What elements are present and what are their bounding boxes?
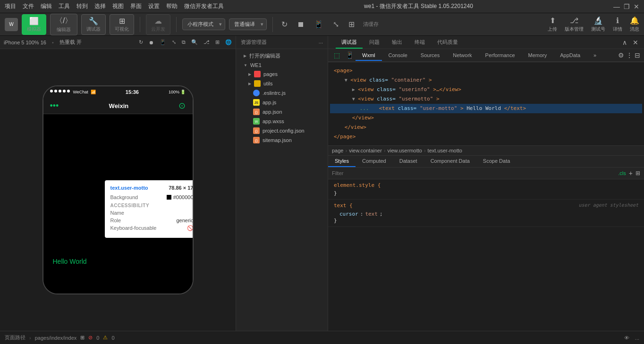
menu-tools[interactable]: 工具 xyxy=(59,2,70,10)
version-mgmt-btn[interactable]: ⎇ 版本管理 xyxy=(565,16,584,33)
subtab-console[interactable]: Console xyxy=(382,50,414,61)
tab-output[interactable]: 输出 xyxy=(386,37,408,49)
cls-button[interactable]: .cls xyxy=(618,170,626,176)
expand-btn[interactable]: ⤡ xyxy=(330,18,342,31)
upload-btn[interactable]: ⬆ 上传 xyxy=(548,16,557,33)
menu-interface[interactable]: 界面 xyxy=(130,2,142,10)
close-button[interactable]: ✕ xyxy=(634,3,639,10)
menu-select[interactable]: 选择 xyxy=(94,2,106,10)
notifications-btn[interactable]: 🔔 消息 xyxy=(630,16,639,33)
html-line-close-page[interactable]: </page> xyxy=(330,132,642,142)
tab-problems[interactable]: 问题 xyxy=(364,37,385,49)
compile-dropdown[interactable]: 普通编译 xyxy=(229,18,267,30)
refresh-btn[interactable]: ↻ xyxy=(279,18,290,31)
menu-file[interactable]: 文件 xyxy=(23,2,34,10)
html-line-selected[interactable]: ... <text class= "user-motto" > Hello Wo… xyxy=(330,104,642,113)
grid-sim-icon[interactable]: ⊞ xyxy=(215,39,220,45)
subtab-appdata[interactable]: AppData xyxy=(553,50,587,61)
editor-btn[interactable]: 〈/〉 编辑器 xyxy=(50,14,77,35)
details-btn[interactable]: ℹ 详情 xyxy=(613,16,622,33)
menu-project[interactable]: 项目 xyxy=(5,2,16,10)
breadcrumb-page[interactable]: page xyxy=(332,148,343,153)
subtab-performance[interactable]: Performance xyxy=(479,50,522,61)
menu-help[interactable]: 帮助 xyxy=(166,2,178,10)
styles-tab-styles[interactable]: Styles xyxy=(328,156,356,167)
fullscreen-icon[interactable]: ⤡ xyxy=(172,39,176,45)
subtab-more[interactable]: » xyxy=(587,50,603,61)
globe-icon[interactable]: 🌐 xyxy=(225,39,232,45)
new-page-icon[interactable]: ⊞ xyxy=(80,335,85,341)
subtab-wxml[interactable]: Wxml xyxy=(356,50,382,61)
stop-btn[interactable]: ⏹ xyxy=(294,18,307,31)
subtab-sources[interactable]: Sources xyxy=(414,50,446,61)
breadcrumb-user-motto[interactable]: text.user-motto xyxy=(428,148,462,153)
debugger-btn[interactable]: 🔧 调试器 xyxy=(81,14,106,35)
collapse-icon[interactable]: ∧ xyxy=(620,38,629,47)
subtab-memory[interactable]: Memory xyxy=(522,50,554,61)
inspector-icon[interactable]: ⬚ xyxy=(332,50,342,60)
tree-appjson[interactable]: {} app.json xyxy=(236,107,328,117)
simulator-btn[interactable]: ⬜ 模拟器 xyxy=(22,14,46,35)
dock-icon[interactable]: ⊟ xyxy=(635,51,640,59)
search-sim-icon[interactable]: 🔍 xyxy=(191,39,198,45)
tree-appjs[interactable]: JS app.js xyxy=(236,98,328,107)
styles-tab-scope-data[interactable]: Scope Data xyxy=(476,156,517,167)
test-id-btn[interactable]: 🔬 测试号 xyxy=(591,16,605,33)
grid-toggle-button[interactable]: ⊞ xyxy=(636,170,640,176)
html-line-userinfo[interactable]: ▶ <view class= "userinfo" >…</view> xyxy=(330,85,642,94)
cloud-btn[interactable]: ☁ 云开发 xyxy=(146,14,170,35)
tree-appwxss[interactable]: W app.wxss xyxy=(236,117,328,126)
menu-goto[interactable]: 转到 xyxy=(76,2,88,10)
nav-back-icon[interactable]: ••• xyxy=(50,101,59,111)
more-options-icon[interactable]: ⋮ xyxy=(626,51,633,59)
bottom-menu-icon[interactable]: ... xyxy=(635,335,639,341)
nav-action-icon[interactable]: ⊙ xyxy=(178,101,186,111)
device-selector[interactable]: iPhone 5 100% 16 xyxy=(4,40,46,45)
multi-window-icon[interactable]: ⧉ xyxy=(182,39,186,45)
hotreload-toggle[interactable]: 热重载 开 xyxy=(59,39,82,46)
menu-view[interactable]: 视图 xyxy=(112,2,124,10)
tab-terminal[interactable]: 终端 xyxy=(409,37,431,49)
close-devtools-icon[interactable]: ✕ xyxy=(631,38,640,47)
settings-icon[interactable]: ⚙ xyxy=(618,51,624,59)
filetree-menu-icon[interactable]: ... xyxy=(319,39,323,46)
styles-tab-component-data[interactable]: Component Data xyxy=(424,156,476,167)
styles-filter-input[interactable] xyxy=(332,170,616,176)
layers-btn[interactable]: ⊞ xyxy=(346,18,357,31)
menu-settings[interactable]: 设置 xyxy=(148,2,160,10)
breadcrumb-container[interactable]: view.container xyxy=(349,148,382,153)
refresh-icon[interactable]: ↻ xyxy=(139,39,143,45)
tab-code-quality[interactable]: 代码质量 xyxy=(432,37,464,49)
minimize-button[interactable]: — xyxy=(613,3,620,10)
mode-dropdown[interactable]: 小程序模式 xyxy=(182,18,225,30)
menu-edit[interactable]: 编辑 xyxy=(41,2,52,10)
tab-debugger[interactable]: 调试器 xyxy=(336,37,363,49)
styles-tab-computed[interactable]: Computed xyxy=(356,156,393,167)
tree-open-editors[interactable]: ▶ 打开的编辑器 xyxy=(236,51,328,61)
tree-pages[interactable]: ▶ pages xyxy=(236,69,328,79)
menu-wechat-devtools[interactable]: 微信开发者工具 xyxy=(184,2,224,10)
html-line-close-view2[interactable]: </view> xyxy=(330,123,642,132)
tree-eslintrc[interactable]: .eslintrc.js xyxy=(236,88,328,98)
phone-btn[interactable]: 📱 xyxy=(311,18,326,31)
add-style-button[interactable]: + xyxy=(629,169,633,177)
html-line-page[interactable]: <page> xyxy=(330,66,642,76)
tree-project-config[interactable]: {} project.config.json xyxy=(236,126,328,135)
phone-view-icon[interactable]: 📱 xyxy=(160,39,166,45)
html-line-container[interactable]: ▼ <view class= "container" > xyxy=(330,76,642,85)
branch-icon[interactable]: ⎇ xyxy=(203,39,210,45)
eye-icon[interactable]: 👁 xyxy=(624,335,629,341)
visual-btn[interactable]: ⊞ 可视化 xyxy=(110,14,134,35)
record-icon[interactable]: ⏺ xyxy=(149,40,154,45)
breadcrumb-usermotto[interactable]: view.usermotto xyxy=(388,148,422,153)
mobile-icon[interactable]: 📱 xyxy=(344,50,356,60)
tree-utils[interactable]: ▶ utils xyxy=(236,79,328,88)
tree-sitemap[interactable]: {} sitemap.json xyxy=(236,135,328,145)
tree-we1-root[interactable]: ▼ WE1 xyxy=(236,61,328,69)
page-path[interactable]: pages/index/index xyxy=(35,335,77,341)
html-line-usermotto[interactable]: ▼ <view class= "usermotto" > xyxy=(330,94,642,104)
restore-button[interactable]: ❐ xyxy=(624,3,630,10)
html-line-close-view1[interactable]: </view> xyxy=(330,113,642,123)
styles-tab-dataset[interactable]: Dataset xyxy=(393,156,424,167)
subtab-network[interactable]: Network xyxy=(446,50,478,61)
